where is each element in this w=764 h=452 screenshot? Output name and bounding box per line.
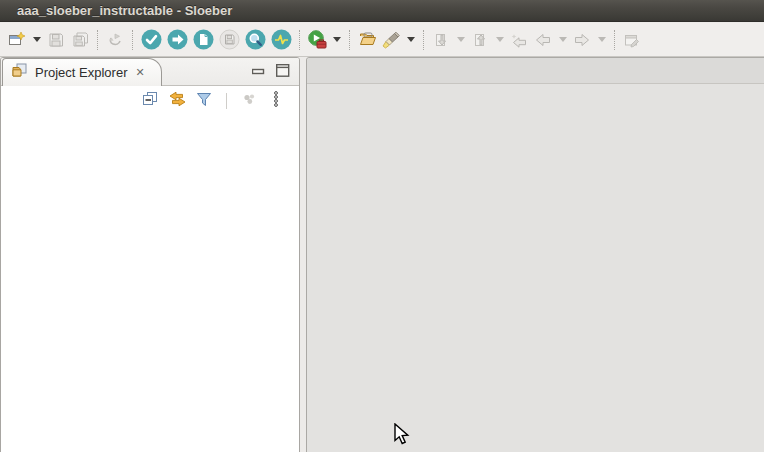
toolbar-separator	[349, 30, 350, 50]
previous-annotation-dropdown[interactable]	[492, 27, 507, 53]
forward-arrow-icon	[573, 31, 591, 49]
next-annotation-button[interactable]	[429, 27, 453, 53]
save-all-icon	[72, 31, 89, 48]
save-circle-icon	[219, 29, 240, 50]
open-folder-button[interactable]	[355, 27, 379, 53]
previous-annotation-button[interactable]	[468, 27, 492, 53]
window-title: aaa_sloeber_instructable - Sloeber	[0, 3, 232, 18]
magnifier-icon	[245, 29, 266, 50]
minimize-icon	[252, 64, 265, 79]
verify-icon	[141, 29, 162, 50]
toolbar-separator	[423, 30, 424, 50]
collapse-all-button[interactable]	[140, 90, 160, 112]
verify-sketch-button[interactable]	[138, 27, 164, 53]
forward-dropdown[interactable]	[594, 27, 609, 53]
next-annotation-icon	[432, 31, 450, 49]
save-all-button[interactable]	[68, 27, 92, 53]
save-sketch-button[interactable]	[216, 27, 242, 53]
search-flashlight-icon	[382, 30, 401, 49]
upload-sketch-button[interactable]	[164, 27, 190, 53]
toolbar-separator	[97, 30, 98, 50]
document-icon	[193, 29, 214, 50]
filter-funnel-icon	[195, 90, 213, 111]
link-with-editor-button[interactable]	[167, 90, 187, 112]
link-with-editor-icon	[168, 90, 187, 111]
run-last-launched-button[interactable]	[103, 27, 127, 53]
tab-label: Project Explorer	[35, 65, 127, 80]
project-explorer-view-toolbar	[1, 86, 299, 115]
run-last-launched-icon	[106, 31, 124, 49]
tab-close-button[interactable]: ✕	[133, 66, 146, 79]
search-button[interactable]	[379, 27, 403, 53]
editor-content[interactable]	[307, 85, 764, 452]
view-toolbar-separator	[226, 93, 227, 109]
minimize-view-button[interactable]	[251, 64, 266, 79]
last-edit-location-icon	[510, 31, 528, 49]
forward-button[interactable]	[570, 27, 594, 53]
new-wizard-icon	[8, 31, 26, 49]
open-folder-icon	[358, 30, 377, 49]
focus-dots-icon	[240, 90, 258, 111]
previous-annotation-icon	[471, 31, 489, 49]
new-sketch-button[interactable]	[190, 27, 216, 53]
maximize-view-button[interactable]	[275, 64, 290, 79]
pulse-icon	[271, 29, 292, 50]
main-toolbar	[0, 23, 764, 57]
new-wizard-dropdown[interactable]	[29, 27, 44, 53]
save-icon	[48, 32, 64, 48]
upload-arrow-icon	[167, 29, 188, 50]
filters-button[interactable]	[194, 90, 214, 112]
open-plotter-button[interactable]	[268, 27, 294, 53]
new-wizard-button[interactable]	[5, 27, 29, 53]
save-button[interactable]	[44, 27, 68, 53]
editor-area	[306, 57, 764, 452]
back-dropdown[interactable]	[555, 27, 570, 53]
toolbar-separator	[614, 30, 615, 50]
project-explorer-icon	[12, 63, 29, 82]
run-external-tools-button[interactable]	[305, 27, 329, 53]
run-external-tools-dropdown[interactable]	[329, 27, 344, 53]
next-annotation-dropdown[interactable]	[453, 27, 468, 53]
toolbar-separator	[299, 30, 300, 50]
open-new-window-button[interactable]	[620, 27, 644, 53]
search-dropdown[interactable]	[403, 27, 418, 53]
focus-on-active-task-button[interactable]	[239, 90, 259, 112]
maximize-icon	[276, 64, 290, 80]
open-serial-monitor-button[interactable]	[242, 27, 268, 53]
toolbar-separator	[132, 30, 133, 50]
tab-project-explorer[interactable]: Project Explorer ✕	[2, 58, 162, 86]
back-arrow-icon	[534, 31, 552, 49]
run-external-tools-icon	[307, 30, 327, 50]
last-edit-location-button[interactable]	[507, 27, 531, 53]
back-button[interactable]	[531, 27, 555, 53]
editor-tabstrip	[307, 58, 764, 84]
project-explorer-panel: Project Explorer ✕	[0, 57, 300, 452]
project-explorer-tree[interactable]	[2, 116, 298, 452]
view-menu-kebab-icon	[272, 90, 280, 111]
view-menu-button[interactable]	[266, 90, 286, 112]
project-explorer-header: Project Explorer ✕	[1, 58, 299, 86]
titlebar[interactable]: aaa_sloeber_instructable - Sloeber	[0, 0, 764, 22]
collapse-all-icon	[141, 90, 159, 111]
window-pencil-icon	[623, 31, 641, 49]
